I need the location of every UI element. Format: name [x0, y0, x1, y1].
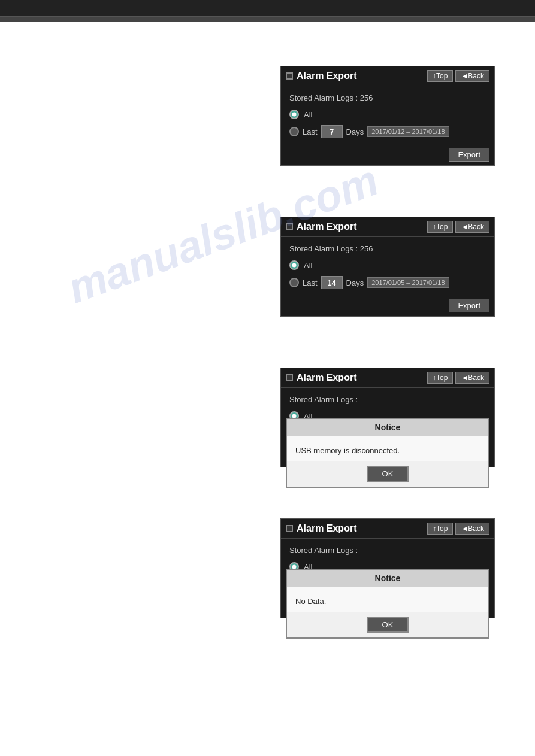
top-button-1[interactable]: ↑Top [427, 70, 453, 82]
panel-header-4: Alarm Export ↑Top ◄Back [281, 519, 494, 539]
radio-all-row-2: All [289, 260, 486, 270]
title-icon-1 [286, 72, 293, 80]
panel-nav-1: ↑Top ◄Back [427, 70, 489, 82]
date-range-1: 2017/01/12 – 2017/01/18 [367, 126, 449, 137]
panel-title-2: Alarm Export [286, 221, 356, 232]
top-button-2[interactable]: ↑Top [427, 221, 453, 233]
days-row-2: Last Days 2017/01/05 – 2017/01/18 [289, 276, 486, 289]
top-button-4[interactable]: ↑Top [427, 523, 453, 535]
radio-last-label-2: Last [303, 278, 318, 287]
title-icon-4 [286, 525, 293, 532]
panel-title-4: Alarm Export [286, 523, 356, 534]
panel-nav-3: ↑Top ◄Back [427, 372, 489, 384]
panel-title-3: Alarm Export [286, 372, 356, 383]
export-button-2[interactable]: Export [449, 299, 489, 312]
notice-title-3: Notice [287, 419, 488, 436]
panels-area: Alarm Export ↑Top ◄Back Stored Alarm Log… [280, 66, 495, 669]
radio-all-2[interactable] [289, 260, 299, 270]
back-button-1[interactable]: ◄Back [455, 70, 489, 82]
radio-all-1[interactable] [289, 110, 299, 119]
title-icon-3 [286, 374, 293, 381]
notice-dialog-3: Notice USB memory is disconnected. OK [286, 418, 489, 488]
radio-last-label-1: Last [303, 127, 318, 136]
radio-all-label-2: All [304, 261, 312, 270]
back-button-2[interactable]: ◄Back [455, 221, 489, 233]
stored-logs-3: Stored Alarm Logs : [289, 395, 486, 404]
alarm-panel-4: Alarm Export ↑Top ◄Back Notice No Data. … [280, 518, 495, 618]
header-bottom-bar [0, 17, 535, 22]
panel-footer-1: Export [281, 144, 494, 165]
panel-title-text-4: Alarm Export [297, 523, 356, 534]
panel-header-1: Alarm Export ↑Top ◄Back [281, 66, 494, 86]
notice-ok-button-3[interactable]: OK [367, 466, 409, 482]
panel-header-3: Alarm Export ↑Top ◄Back [281, 368, 494, 388]
notice-footer-4: OK [287, 612, 488, 637]
alarm-panel-1: Alarm Export ↑Top ◄Back Stored Alarm Log… [280, 66, 495, 166]
notice-footer-3: OK [287, 461, 488, 487]
days-input-2[interactable] [321, 276, 343, 289]
panel-nav-2: ↑Top ◄Back [427, 221, 489, 233]
panel-footer-2: Export [281, 295, 494, 316]
days-label-1: Days [346, 127, 364, 136]
notice-dialog-4: Notice No Data. OK [286, 569, 489, 639]
header-top-bar [0, 0, 535, 17]
export-button-1[interactable]: Export [449, 148, 489, 162]
stored-logs-1: Stored Alarm Logs : 256 [289, 93, 486, 102]
radio-last-2[interactable] [289, 278, 299, 287]
notice-message-3: USB memory is disconnected. [287, 436, 488, 461]
days-label-2: Days [346, 278, 364, 287]
notice-title-4: Notice [287, 570, 488, 587]
panel-body-2: Stored Alarm Logs : 256 All Last Days 20… [281, 237, 494, 295]
radio-all-row-1: All [289, 110, 486, 119]
panel-title-text-1: Alarm Export [297, 71, 356, 81]
panel-body-4: Notice No Data. OK Stored Alarm Logs : A… [281, 539, 494, 597]
radio-last-1[interactable] [289, 127, 299, 136]
stored-logs-2: Stored Alarm Logs : 256 [289, 244, 486, 253]
notice-ok-button-4[interactable]: OK [367, 617, 409, 633]
panel-body-1: Stored Alarm Logs : 256 All Last Days 20… [281, 86, 494, 144]
stored-logs-4: Stored Alarm Logs : [289, 546, 486, 555]
panel-body-3: Notice USB memory is disconnected. OK St… [281, 388, 494, 446]
days-row-1: Last Days 2017/01/12 – 2017/01/18 [289, 125, 486, 138]
back-button-4[interactable]: ◄Back [455, 523, 489, 535]
title-icon-2 [286, 223, 293, 230]
radio-all-label-1: All [304, 110, 312, 119]
panel-title-1: Alarm Export [286, 71, 356, 81]
panel-title-text-3: Alarm Export [297, 372, 356, 383]
alarm-panel-3: Alarm Export ↑Top ◄Back Notice USB memor… [280, 368, 495, 467]
days-input-1[interactable] [321, 125, 343, 138]
top-button-3[interactable]: ↑Top [427, 372, 453, 384]
alarm-panel-2: Alarm Export ↑Top ◄Back Stored Alarm Log… [280, 217, 495, 317]
panel-header-2: Alarm Export ↑Top ◄Back [281, 217, 494, 237]
notice-message-4: No Data. [287, 587, 488, 612]
panel-title-text-2: Alarm Export [297, 221, 356, 232]
back-button-3[interactable]: ◄Back [455, 372, 489, 384]
panel-nav-4: ↑Top ◄Back [427, 523, 489, 535]
date-range-2: 2017/01/05 – 2017/01/18 [367, 277, 449, 288]
